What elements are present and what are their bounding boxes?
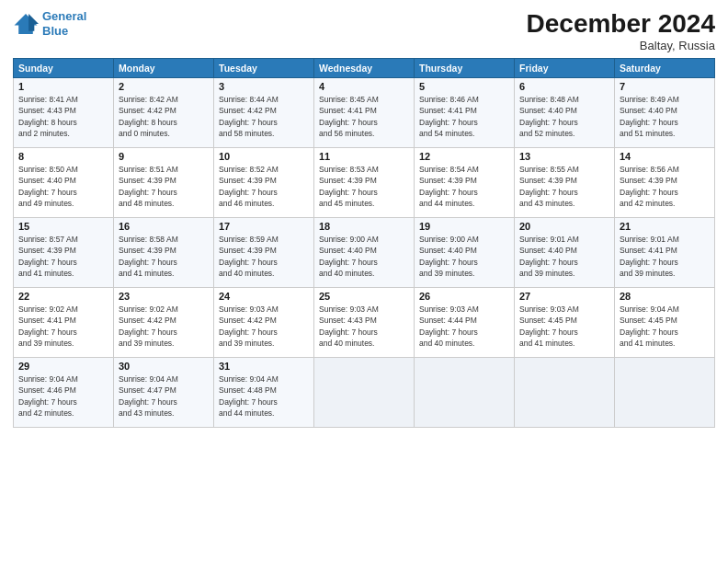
day-info: Sunrise: 9:04 AM Sunset: 4:46 PM Dayligh… — [18, 373, 108, 419]
calendar-week-row: 29Sunrise: 9:04 AM Sunset: 4:46 PM Dayli… — [14, 358, 715, 428]
title-block: December 2024 Baltay, Russia — [527, 9, 715, 52]
calendar-cell: 8Sunrise: 8:50 AM Sunset: 4:40 PM Daylig… — [14, 148, 114, 218]
calendar-cell — [314, 358, 415, 428]
calendar-title: December 2024 — [527, 9, 715, 39]
day-info: Sunrise: 8:57 AM Sunset: 4:39 PM Dayligh… — [18, 234, 108, 279]
day-info: Sunrise: 8:52 AM Sunset: 4:39 PM Dayligh… — [219, 164, 309, 209]
day-number: 16 — [119, 221, 209, 232]
day-number: 31 — [219, 361, 309, 372]
col-saturday: Saturday — [615, 59, 715, 78]
day-number: 18 — [319, 221, 409, 232]
calendar-header-row: Sunday Monday Tuesday Wednesday Thursday… — [14, 59, 715, 78]
calendar-cell — [515, 358, 615, 428]
calendar-cell: 6Sunrise: 8:48 AM Sunset: 4:40 PM Daylig… — [515, 78, 615, 148]
calendar-subtitle: Baltay, Russia — [527, 39, 715, 52]
calendar-cell: 4Sunrise: 8:45 AM Sunset: 4:41 PM Daylig… — [314, 78, 415, 148]
day-info: Sunrise: 8:45 AM Sunset: 4:41 PM Dayligh… — [319, 94, 409, 139]
logo-icon — [13, 11, 39, 37]
day-number: 12 — [419, 151, 509, 162]
day-number: 5 — [419, 81, 509, 92]
col-friday: Friday — [515, 59, 615, 78]
day-number: 25 — [319, 291, 409, 302]
day-info: Sunrise: 8:56 AM Sunset: 4:39 PM Dayligh… — [620, 164, 710, 209]
calendar-table: Sunday Monday Tuesday Wednesday Thursday… — [13, 58, 715, 428]
day-info: Sunrise: 8:55 AM Sunset: 4:39 PM Dayligh… — [519, 164, 609, 209]
calendar-cell: 11Sunrise: 8:53 AM Sunset: 4:39 PM Dayli… — [314, 148, 415, 218]
day-info: Sunrise: 9:04 AM Sunset: 4:48 PM Dayligh… — [219, 373, 309, 419]
calendar-week-row: 8Sunrise: 8:50 AM Sunset: 4:40 PM Daylig… — [14, 148, 715, 218]
day-number: 28 — [620, 291, 710, 302]
day-info: Sunrise: 8:48 AM Sunset: 4:40 PM Dayligh… — [519, 94, 609, 139]
calendar-cell — [615, 358, 715, 428]
day-info: Sunrise: 8:49 AM Sunset: 4:40 PM Dayligh… — [620, 94, 710, 139]
calendar-cell: 27Sunrise: 9:03 AM Sunset: 4:45 PM Dayli… — [515, 288, 615, 358]
page-header: General Blue December 2024 Baltay, Russi… — [13, 9, 715, 52]
day-info: Sunrise: 9:01 AM Sunset: 4:40 PM Dayligh… — [519, 234, 609, 279]
calendar-cell: 9Sunrise: 8:51 AM Sunset: 4:39 PM Daylig… — [114, 148, 214, 218]
calendar-cell: 20Sunrise: 9:01 AM Sunset: 4:40 PM Dayli… — [515, 218, 615, 288]
calendar-cell: 14Sunrise: 8:56 AM Sunset: 4:39 PM Dayli… — [615, 148, 715, 218]
day-info: Sunrise: 8:59 AM Sunset: 4:39 PM Dayligh… — [219, 234, 309, 279]
calendar-cell: 22Sunrise: 9:02 AM Sunset: 4:41 PM Dayli… — [14, 288, 114, 358]
calendar-cell: 2Sunrise: 8:42 AM Sunset: 4:42 PM Daylig… — [114, 78, 214, 148]
calendar-cell: 12Sunrise: 8:54 AM Sunset: 4:39 PM Dayli… — [415, 148, 515, 218]
calendar-cell: 19Sunrise: 9:00 AM Sunset: 4:40 PM Dayli… — [415, 218, 515, 288]
calendar-body: 1Sunrise: 8:41 AM Sunset: 4:43 PM Daylig… — [14, 78, 715, 428]
calendar-week-row: 15Sunrise: 8:57 AM Sunset: 4:39 PM Dayli… — [14, 218, 715, 288]
day-number: 13 — [519, 151, 609, 162]
col-monday: Monday — [114, 59, 214, 78]
day-number: 21 — [620, 221, 710, 232]
calendar-cell: 28Sunrise: 9:04 AM Sunset: 4:45 PM Dayli… — [615, 288, 715, 358]
day-number: 23 — [119, 291, 209, 302]
day-info: Sunrise: 9:03 AM Sunset: 4:44 PM Dayligh… — [419, 304, 509, 349]
day-number: 30 — [119, 361, 209, 372]
logo-text: General Blue — [42, 9, 86, 38]
calendar-cell: 10Sunrise: 8:52 AM Sunset: 4:39 PM Dayli… — [214, 148, 314, 218]
day-info: Sunrise: 9:01 AM Sunset: 4:41 PM Dayligh… — [620, 234, 710, 279]
calendar-cell: 7Sunrise: 8:49 AM Sunset: 4:40 PM Daylig… — [615, 78, 715, 148]
day-number: 1 — [18, 81, 108, 92]
day-number: 7 — [620, 81, 710, 92]
day-number: 20 — [519, 221, 609, 232]
day-info: Sunrise: 8:54 AM Sunset: 4:39 PM Dayligh… — [419, 164, 509, 209]
day-info: Sunrise: 8:53 AM Sunset: 4:39 PM Dayligh… — [319, 164, 409, 209]
day-number: 14 — [620, 151, 710, 162]
day-number: 29 — [18, 361, 108, 372]
day-info: Sunrise: 8:51 AM Sunset: 4:39 PM Dayligh… — [119, 164, 209, 209]
col-tuesday: Tuesday — [214, 59, 314, 78]
col-sunday: Sunday — [14, 59, 114, 78]
day-number: 4 — [319, 81, 409, 92]
col-thursday: Thursday — [415, 59, 515, 78]
day-number: 24 — [219, 291, 309, 302]
day-info: Sunrise: 8:58 AM Sunset: 4:39 PM Dayligh… — [119, 234, 209, 279]
day-info: Sunrise: 9:02 AM Sunset: 4:41 PM Dayligh… — [18, 304, 108, 349]
day-info: Sunrise: 8:44 AM Sunset: 4:42 PM Dayligh… — [219, 94, 309, 139]
calendar-week-row: 22Sunrise: 9:02 AM Sunset: 4:41 PM Dayli… — [14, 288, 715, 358]
calendar-cell: 3Sunrise: 8:44 AM Sunset: 4:42 PM Daylig… — [214, 78, 314, 148]
day-number: 22 — [18, 291, 108, 302]
day-info: Sunrise: 8:46 AM Sunset: 4:41 PM Dayligh… — [419, 94, 509, 139]
day-info: Sunrise: 9:03 AM Sunset: 4:43 PM Dayligh… — [319, 304, 409, 349]
calendar-page: General Blue December 2024 Baltay, Russi… — [0, 0, 728, 563]
calendar-cell: 18Sunrise: 9:00 AM Sunset: 4:40 PM Dayli… — [314, 218, 415, 288]
svg-marker-1 — [28, 14, 39, 31]
calendar-cell: 5Sunrise: 8:46 AM Sunset: 4:41 PM Daylig… — [415, 78, 515, 148]
day-info: Sunrise: 8:50 AM Sunset: 4:40 PM Dayligh… — [18, 164, 108, 209]
day-info: Sunrise: 8:42 AM Sunset: 4:42 PM Dayligh… — [119, 94, 209, 139]
day-number: 19 — [419, 221, 509, 232]
calendar-cell: 23Sunrise: 9:02 AM Sunset: 4:42 PM Dayli… — [114, 288, 214, 358]
day-info: Sunrise: 9:03 AM Sunset: 4:42 PM Dayligh… — [219, 304, 309, 349]
logo-line2: Blue — [42, 24, 68, 38]
day-number: 3 — [219, 81, 309, 92]
calendar-cell: 1Sunrise: 8:41 AM Sunset: 4:43 PM Daylig… — [14, 78, 114, 148]
day-info: Sunrise: 8:41 AM Sunset: 4:43 PM Dayligh… — [18, 94, 108, 139]
day-number: 11 — [319, 151, 409, 162]
calendar-cell: 26Sunrise: 9:03 AM Sunset: 4:44 PM Dayli… — [415, 288, 515, 358]
day-info: Sunrise: 9:00 AM Sunset: 4:40 PM Dayligh… — [319, 234, 409, 279]
day-number: 26 — [419, 291, 509, 302]
calendar-cell — [415, 358, 515, 428]
logo: General Blue — [13, 9, 86, 38]
logo-line1: General — [42, 9, 86, 23]
calendar-cell: 24Sunrise: 9:03 AM Sunset: 4:42 PM Dayli… — [214, 288, 314, 358]
day-info: Sunrise: 9:04 AM Sunset: 4:45 PM Dayligh… — [620, 304, 710, 349]
